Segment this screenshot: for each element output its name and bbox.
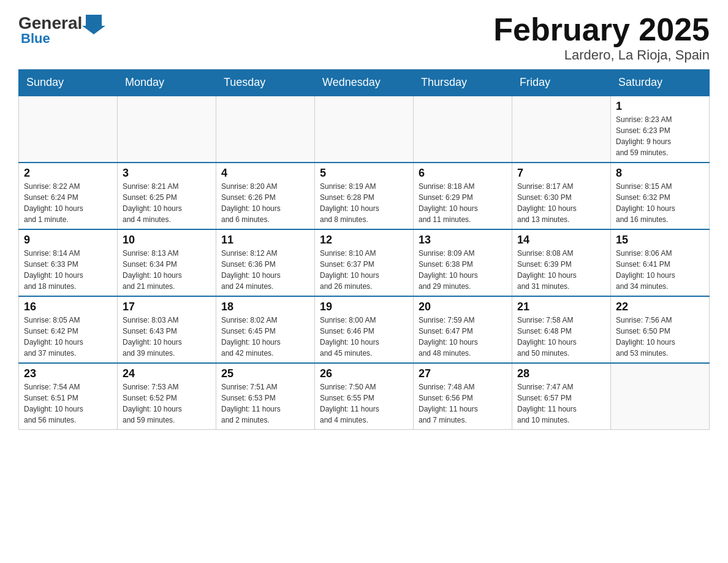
weekday-header-friday: Friday	[512, 70, 611, 96]
day-info: Sunrise: 8:12 AM Sunset: 6:36 PM Dayligh…	[221, 248, 309, 292]
calendar-cell: 18Sunrise: 8:02 AM Sunset: 6:45 PM Dayli…	[216, 296, 315, 363]
day-info: Sunrise: 7:47 AM Sunset: 6:57 PM Dayligh…	[517, 381, 605, 426]
calendar-cell: 1Sunrise: 8:23 AM Sunset: 6:23 PM Daylig…	[611, 96, 710, 163]
calendar-cell: 7Sunrise: 8:17 AM Sunset: 6:30 PM Daylig…	[512, 163, 611, 229]
day-number: 8	[616, 167, 704, 180]
calendar-week-row: 1Sunrise: 8:23 AM Sunset: 6:23 PM Daylig…	[19, 96, 710, 163]
calendar-week-row: 2Sunrise: 8:22 AM Sunset: 6:24 PM Daylig…	[19, 163, 710, 229]
weekday-header-tuesday: Tuesday	[216, 70, 315, 96]
calendar-cell: 15Sunrise: 8:06 AM Sunset: 6:41 PM Dayli…	[611, 229, 710, 296]
day-info: Sunrise: 7:56 AM Sunset: 6:50 PM Dayligh…	[616, 315, 704, 359]
svg-marker-0	[82, 15, 105, 34]
calendar-cell: 13Sunrise: 8:09 AM Sunset: 6:38 PM Dayli…	[414, 229, 512, 296]
calendar-cell: 14Sunrise: 8:08 AM Sunset: 6:39 PM Dayli…	[512, 229, 611, 296]
calendar-cell	[216, 96, 315, 163]
day-info: Sunrise: 7:53 AM Sunset: 6:52 PM Dayligh…	[123, 381, 211, 426]
day-info: Sunrise: 8:15 AM Sunset: 6:32 PM Dayligh…	[616, 181, 704, 225]
weekday-header-monday: Monday	[118, 70, 216, 96]
day-info: Sunrise: 7:58 AM Sunset: 6:48 PM Dayligh…	[517, 315, 605, 359]
calendar-cell	[19, 96, 118, 163]
day-info: Sunrise: 8:17 AM Sunset: 6:30 PM Dayligh…	[517, 181, 605, 225]
day-info: Sunrise: 7:51 AM Sunset: 6:53 PM Dayligh…	[221, 381, 309, 426]
title-block: February 2025 Lardero, La Rioja, Spain	[493, 12, 710, 63]
day-number: 3	[123, 167, 211, 180]
day-number: 16	[24, 301, 112, 313]
day-number: 7	[517, 167, 605, 180]
calendar-cell: 9Sunrise: 8:14 AM Sunset: 6:33 PM Daylig…	[19, 229, 118, 296]
day-info: Sunrise: 8:05 AM Sunset: 6:42 PM Dayligh…	[24, 315, 112, 359]
day-number: 13	[419, 234, 507, 247]
day-number: 19	[320, 301, 408, 313]
day-info: Sunrise: 8:21 AM Sunset: 6:25 PM Dayligh…	[123, 181, 211, 225]
day-number: 24	[123, 367, 211, 380]
calendar-cell: 3Sunrise: 8:21 AM Sunset: 6:25 PM Daylig…	[118, 163, 216, 229]
day-number: 10	[123, 234, 211, 247]
day-info: Sunrise: 8:13 AM Sunset: 6:34 PM Dayligh…	[123, 248, 211, 292]
day-info: Sunrise: 8:22 AM Sunset: 6:24 PM Dayligh…	[24, 181, 112, 225]
day-info: Sunrise: 8:20 AM Sunset: 6:26 PM Dayligh…	[221, 181, 309, 225]
day-number: 2	[24, 167, 112, 180]
day-number: 5	[320, 167, 408, 180]
logo-arrow-icon	[82, 12, 105, 34]
calendar-cell: 22Sunrise: 7:56 AM Sunset: 6:50 PM Dayli…	[611, 296, 710, 363]
day-info: Sunrise: 8:14 AM Sunset: 6:33 PM Dayligh…	[24, 248, 112, 292]
day-number: 28	[517, 367, 605, 380]
day-info: Sunrise: 7:50 AM Sunset: 6:55 PM Dayligh…	[320, 381, 408, 426]
day-number: 17	[123, 301, 211, 313]
calendar-cell: 4Sunrise: 8:20 AM Sunset: 6:26 PM Daylig…	[216, 163, 315, 229]
calendar-cell: 20Sunrise: 7:59 AM Sunset: 6:47 PM Dayli…	[414, 296, 512, 363]
logo: General Blue	[18, 12, 105, 47]
calendar-cell	[118, 96, 216, 163]
calendar-cell: 10Sunrise: 8:13 AM Sunset: 6:34 PM Dayli…	[118, 229, 216, 296]
day-info: Sunrise: 8:23 AM Sunset: 6:23 PM Dayligh…	[616, 114, 704, 158]
calendar-week-row: 9Sunrise: 8:14 AM Sunset: 6:33 PM Daylig…	[19, 229, 710, 296]
calendar-week-row: 16Sunrise: 8:05 AM Sunset: 6:42 PM Dayli…	[19, 296, 710, 363]
day-number: 23	[24, 367, 112, 380]
day-number: 20	[419, 301, 507, 313]
day-info: Sunrise: 8:09 AM Sunset: 6:38 PM Dayligh…	[419, 248, 507, 292]
day-info: Sunrise: 7:54 AM Sunset: 6:51 PM Dayligh…	[24, 381, 112, 426]
day-number: 27	[419, 367, 507, 380]
calendar-cell	[414, 96, 512, 163]
day-number: 18	[221, 301, 309, 313]
day-number: 26	[320, 367, 408, 380]
day-info: Sunrise: 8:00 AM Sunset: 6:46 PM Dayligh…	[320, 315, 408, 359]
calendar-week-row: 23Sunrise: 7:54 AM Sunset: 6:51 PM Dayli…	[19, 363, 710, 430]
calendar-cell	[315, 96, 414, 163]
calendar-cell: 17Sunrise: 8:03 AM Sunset: 6:43 PM Dayli…	[118, 296, 216, 363]
day-number: 12	[320, 234, 408, 247]
calendar-cell: 16Sunrise: 8:05 AM Sunset: 6:42 PM Dayli…	[19, 296, 118, 363]
day-number: 14	[517, 234, 605, 247]
calendar-cell: 2Sunrise: 8:22 AM Sunset: 6:24 PM Daylig…	[19, 163, 118, 229]
day-info: Sunrise: 8:18 AM Sunset: 6:29 PM Dayligh…	[419, 181, 507, 225]
calendar-cell: 21Sunrise: 7:58 AM Sunset: 6:48 PM Dayli…	[512, 296, 611, 363]
day-number: 6	[419, 167, 507, 180]
calendar-cell: 28Sunrise: 7:47 AM Sunset: 6:57 PM Dayli…	[512, 363, 611, 430]
weekday-header-thursday: Thursday	[414, 70, 512, 96]
day-number: 11	[221, 234, 309, 247]
calendar-header: SundayMondayTuesdayWednesdayThursdayFrid…	[19, 70, 710, 96]
calendar-body: 1Sunrise: 8:23 AM Sunset: 6:23 PM Daylig…	[19, 96, 710, 430]
weekday-header-row: SundayMondayTuesdayWednesdayThursdayFrid…	[19, 70, 710, 96]
calendar-cell	[611, 363, 710, 430]
calendar-table: SundayMondayTuesdayWednesdayThursdayFrid…	[18, 69, 710, 430]
day-info: Sunrise: 7:59 AM Sunset: 6:47 PM Dayligh…	[419, 315, 507, 359]
page-header: General Blue February 2025 Lardero, La R…	[18, 12, 710, 63]
calendar-cell: 23Sunrise: 7:54 AM Sunset: 6:51 PM Dayli…	[19, 363, 118, 430]
day-number: 21	[517, 301, 605, 313]
calendar-cell: 6Sunrise: 8:18 AM Sunset: 6:29 PM Daylig…	[414, 163, 512, 229]
day-info: Sunrise: 8:06 AM Sunset: 6:41 PM Dayligh…	[616, 248, 704, 292]
day-info: Sunrise: 8:08 AM Sunset: 6:39 PM Dayligh…	[517, 248, 605, 292]
day-info: Sunrise: 7:48 AM Sunset: 6:56 PM Dayligh…	[419, 381, 507, 426]
page-title: February 2025	[493, 12, 710, 47]
day-info: Sunrise: 8:10 AM Sunset: 6:37 PM Dayligh…	[320, 248, 408, 292]
calendar-cell: 26Sunrise: 7:50 AM Sunset: 6:55 PM Dayli…	[315, 363, 414, 430]
day-number: 9	[24, 234, 112, 247]
calendar-cell: 19Sunrise: 8:00 AM Sunset: 6:46 PM Dayli…	[315, 296, 414, 363]
day-info: Sunrise: 8:03 AM Sunset: 6:43 PM Dayligh…	[123, 315, 211, 359]
weekday-header-wednesday: Wednesday	[315, 70, 414, 96]
day-number: 22	[616, 301, 704, 313]
day-number: 1	[616, 100, 704, 113]
calendar-cell: 25Sunrise: 7:51 AM Sunset: 6:53 PM Dayli…	[216, 363, 315, 430]
day-number: 4	[221, 167, 309, 180]
